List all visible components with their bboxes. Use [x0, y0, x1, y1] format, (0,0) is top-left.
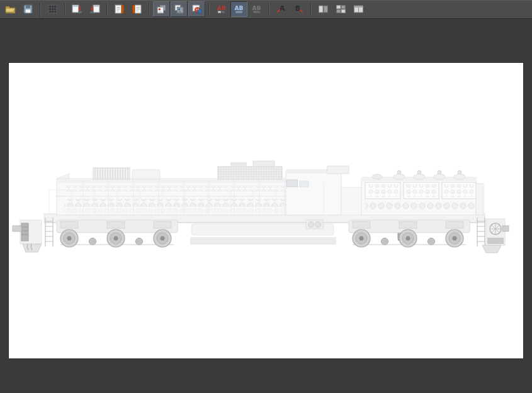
- toolbar-group-edit: [111, 1, 145, 17]
- photo-b-icon: [174, 4, 184, 14]
- toolbar-group-layout: [315, 1, 367, 17]
- underbody-equipment: [306, 220, 323, 229]
- grid-settings-button[interactable]: [44, 1, 61, 17]
- cab: [286, 166, 363, 215]
- wheel: [399, 230, 417, 247]
- two-pane-layout-icon: [318, 4, 329, 14]
- toolbar-separator: [64, 3, 65, 16]
- mode-blend-button[interactable]: AB: [230, 1, 247, 17]
- layout-split-button[interactable]: [350, 1, 367, 17]
- radiator-panels: [365, 182, 476, 199]
- go-to-a-button[interactable]: A: [273, 1, 290, 17]
- toolbar-separator: [106, 3, 108, 16]
- canvas-viewport[interactable]: [9, 63, 523, 358]
- wheel: [353, 230, 370, 247]
- app-window: { "app": { "background_color": "#3a3a3a"…: [0, 0, 532, 393]
- front-truck: [57, 220, 178, 247]
- toolbar-separator: [208, 3, 210, 16]
- svg-text:AB: AB: [217, 5, 226, 11]
- open-folder-icon: [5, 4, 16, 14]
- mode-side-by-side-button[interactable]: AB: [213, 1, 230, 17]
- edit-page-b-icon: [132, 4, 142, 14]
- layout-two-pane-button[interactable]: [315, 1, 332, 17]
- toolbar-group-compare-mode: AB AB AB: [213, 1, 265, 17]
- load-into-window-b-icon: [89, 4, 100, 14]
- save-floppy-icon: [23, 4, 33, 14]
- wheel: [446, 230, 463, 247]
- wheel: [154, 230, 171, 247]
- layout-tiled-button[interactable]: [332, 1, 349, 17]
- toolbar-separator: [310, 3, 312, 16]
- toolbar-group-grid: [44, 1, 61, 17]
- toolbar-separator: [149, 3, 150, 16]
- toolbar: AB AB AB A: [0, 0, 532, 19]
- locomotive-image: [9, 63, 523, 358]
- toolbar-group-navigate: A B: [273, 1, 307, 17]
- load-image-a-button[interactable]: [69, 1, 86, 17]
- load-into-window-a-icon: [72, 4, 82, 14]
- ab-difference-icon: AB: [251, 4, 262, 14]
- svg-text:AB: AB: [252, 5, 261, 11]
- show-image-b-button[interactable]: [171, 1, 188, 17]
- toolbar-separator: [40, 3, 41, 16]
- ab-blend-icon: AB: [234, 4, 244, 14]
- go-to-b-button[interactable]: B: [290, 1, 307, 17]
- show-overlay-button[interactable]: [188, 1, 205, 17]
- svg-text:B: B: [295, 4, 300, 13]
- rear-truck: [349, 220, 470, 247]
- load-image-b-button[interactable]: [86, 1, 103, 17]
- show-image-a-button[interactable]: [153, 1, 170, 17]
- edit-image-a-button[interactable]: [111, 1, 128, 17]
- mode-difference-button[interactable]: AB: [248, 1, 265, 17]
- locomotive: [13, 161, 509, 253]
- save-file-button[interactable]: [20, 1, 37, 17]
- wheel: [107, 230, 125, 247]
- photo-a-icon: [156, 4, 167, 14]
- ground-shadow: [190, 237, 336, 245]
- wheel: [60, 230, 78, 247]
- letter-b-arrow-icon: B: [293, 4, 304, 14]
- toolbar-separator: [268, 3, 269, 16]
- tiled-layout-icon: [336, 4, 346, 14]
- ab-side-by-side-icon: AB: [216, 4, 227, 14]
- edit-image-b-button[interactable]: [128, 1, 145, 17]
- letter-a-arrow-icon: A: [276, 4, 286, 14]
- overlay-faces-icon: [191, 4, 202, 14]
- split-layout-icon: [353, 4, 364, 14]
- grid-icon: [47, 4, 58, 14]
- svg-text:AB: AB: [235, 5, 244, 11]
- toolbar-group-visibility: [153, 1, 205, 17]
- edit-page-a-icon: [114, 4, 125, 14]
- svg-text:A: A: [280, 4, 285, 13]
- rear-hood: [361, 170, 484, 215]
- long-hood: [57, 161, 291, 215]
- toolbar-group-file: [2, 1, 37, 17]
- toolbar-group-load: [69, 1, 103, 17]
- open-file-button[interactable]: [2, 1, 19, 17]
